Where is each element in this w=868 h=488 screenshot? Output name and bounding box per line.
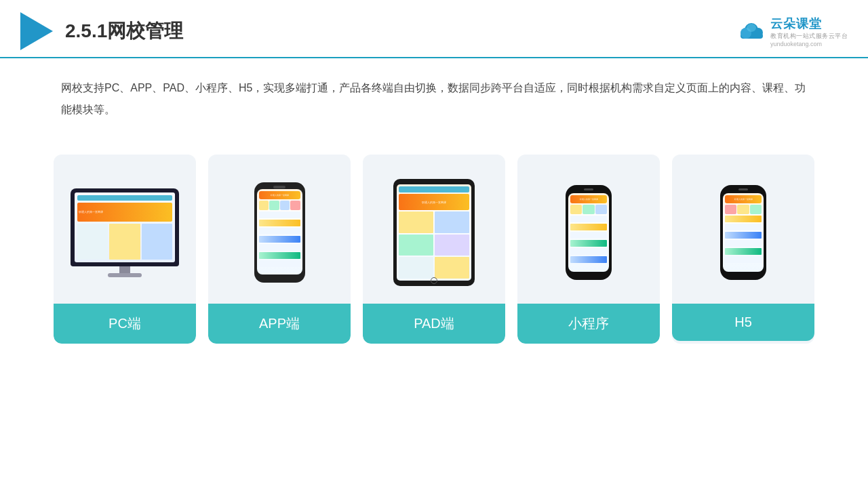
brand-text: 云朵课堂 教育机构一站式服务云平台 yunduoketang.com xyxy=(770,16,848,47)
svg-point-5 xyxy=(747,24,756,32)
cards-container: 职通人的第一堂网课 PC端 xyxy=(0,141,868,364)
card-app: 职通人的第一堂网课 xyxy=(208,155,351,344)
description-text: 网校支持PC、APP、PAD、小程序、H5，实现多端打通，产品各终端自由切换，数… xyxy=(0,58,868,134)
brand-name: 云朵课堂 xyxy=(770,16,822,32)
header: 2.5.1网校管理 云朵课堂 教育机构一站式服务云平台 yunduoketang… xyxy=(0,0,868,58)
card-h5-image: 职通人的第一堂网课 xyxy=(672,155,814,304)
brand-tagline: 教育机构一站式服务云平台 xyxy=(770,32,848,41)
tablet-device-icon: 职通人的第一堂网课 xyxy=(393,179,475,286)
card-pad-image: 职通人的第一堂网课 xyxy=(363,155,505,304)
cloud-logo-icon xyxy=(736,21,766,41)
card-miniprogram-label: 小程序 xyxy=(517,304,660,344)
brand-logo: 云朵课堂 教育机构一站式服务云平台 yunduoketang.com xyxy=(736,16,848,47)
brand-url: yunduoketang.com xyxy=(770,41,822,47)
header-left: 2.5.1网校管理 xyxy=(20,12,183,50)
card-pc: 职通人的第一堂网课 PC端 xyxy=(54,155,196,344)
pc-monitor-icon: 职通人的第一堂网课 xyxy=(71,188,179,277)
h5-phone-icon: 职通人的第一堂网课 xyxy=(720,185,766,280)
page-title: 2.5.1网校管理 xyxy=(65,18,183,44)
card-pc-label: PC端 xyxy=(54,304,196,344)
card-pad: 职通人的第一堂网课 xyxy=(363,155,505,344)
card-miniprogram-image: 职通人的第一堂网课 xyxy=(517,155,660,304)
logo-triangle-icon xyxy=(20,12,53,50)
card-h5: 职通人的第一堂网课 xyxy=(672,155,814,344)
card-pad-label: PAD端 xyxy=(363,304,505,344)
card-miniprogram: 职通人的第一堂网课 xyxy=(517,155,660,344)
miniprogram-phone-icon: 职通人的第一堂网课 xyxy=(566,185,612,280)
phone-device-icon: 职通人的第一堂网课 xyxy=(254,182,305,283)
card-h5-label: H5 xyxy=(672,304,814,341)
card-app-label: APP端 xyxy=(208,304,351,344)
card-app-image: 职通人的第一堂网课 xyxy=(208,155,351,304)
header-right: 云朵课堂 教育机构一站式服务云平台 yunduoketang.com xyxy=(736,16,848,47)
card-pc-image: 职通人的第一堂网课 xyxy=(54,155,196,304)
